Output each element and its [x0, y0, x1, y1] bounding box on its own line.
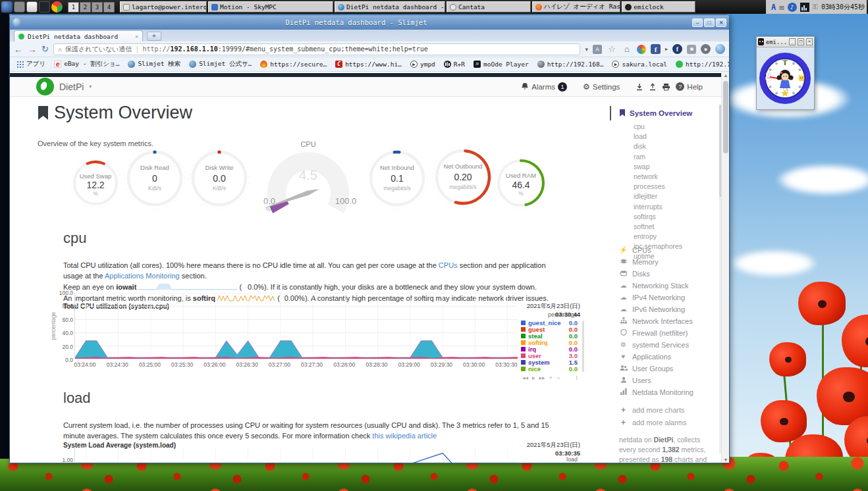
- warning-icon[interactable]: ⚠: [58, 45, 62, 53]
- taskbar-window-emiclock[interactable]: emiclock: [622, 1, 695, 13]
- legend-row[interactable]: softirq0.0: [521, 339, 578, 346]
- taskbar-window-cantata[interactable]: Cantata: [447, 1, 531, 13]
- sidebar-subitem[interactable]: softnet: [634, 222, 682, 230]
- sidebar-item-ipv6[interactable]: ☁IPv6 Networking: [619, 305, 693, 313]
- lock-icon[interactable]: ⚿: [813, 3, 818, 11]
- bookmark-star-icon[interactable]: ☆: [607, 44, 617, 55]
- sidebar-item-cpus[interactable]: ⚡CPUs: [619, 246, 693, 254]
- bookmark-rr[interactable]: R+R: [444, 61, 465, 68]
- emiclock-minimize-button[interactable]: _: [789, 38, 796, 45]
- extensions-puzzle-icon[interactable]: [687, 45, 696, 54]
- translate-icon[interactable]: A: [593, 45, 602, 54]
- launcher-menu-icon[interactable]: [1, 1, 13, 13]
- launcher-files-icon[interactable]: [26, 1, 38, 13]
- sidebar-item-netdata-monitoring[interactable]: Netdata Monitoring: [619, 388, 693, 396]
- workspace-button[interactable]: 4: [103, 2, 115, 13]
- home-icon[interactable]: ⌂: [622, 44, 632, 55]
- sidebar-subitem[interactable]: entropy: [634, 232, 682, 240]
- bookmark-ip1[interactable]: http://192.168…: [537, 61, 604, 68]
- equalizer-icon[interactable]: [800, 3, 809, 12]
- photos-icon[interactable]: [637, 45, 646, 54]
- launcher-chrome-icon[interactable]: [51, 1, 63, 13]
- sidebar-subitem[interactable]: load: [634, 132, 682, 140]
- sidebar-subitem[interactable]: network: [634, 172, 682, 180]
- bookmark-slimjet-search[interactable]: Slimjet 検索: [128, 60, 180, 68]
- export-button[interactable]: [649, 83, 657, 91]
- sidebar-item-users[interactable]: Users: [619, 376, 693, 384]
- mail-icon[interactable]: ✉: [779, 3, 784, 12]
- taskbar-window-dietpi[interactable]: DietPi netdata dashboard - S..: [335, 1, 445, 13]
- sidebar-item-disks[interactable]: Disks: [619, 270, 693, 278]
- import-button[interactable]: [636, 83, 643, 91]
- bookmark-ympd[interactable]: ▶ympd: [410, 61, 435, 68]
- sidebar-add-action[interactable]: +add more charts: [619, 406, 687, 414]
- bookmark-moode[interactable]: mmoOde Player: [474, 61, 529, 68]
- help-button[interactable]: ?Help: [676, 82, 703, 91]
- legend-row[interactable]: system1.5: [521, 359, 578, 365]
- legend-row[interactable]: guest0.0: [521, 326, 578, 332]
- browser-titlebar[interactable]: DietPi netdata dashboard - Slimjet – □ ✕: [10, 15, 729, 30]
- gauge-used-swap[interactable]: Used Swap 12.2 %: [68, 155, 123, 211]
- scrollbar-thumb[interactable]: [723, 81, 728, 153]
- settings-button[interactable]: ⚙Settings: [583, 82, 620, 91]
- maximize-button[interactable]: □: [704, 18, 715, 27]
- gauge-disk-write[interactable]: Disk Write 0.0 KiB/s: [186, 145, 252, 211]
- taskbar-window-lagarto[interactable]: lagarto@power.interq.or.jp -...: [120, 1, 207, 13]
- load-chart-plot[interactable]: [74, 447, 518, 463]
- taskbar-window-hires-audio[interactable]: ハイレゾ オーディオ Raspberry...: [532, 1, 620, 13]
- gauge-used-ram[interactable]: Used RAM 46.4 %: [492, 154, 550, 212]
- chart-control-icon[interactable]: ▸: [532, 375, 535, 381]
- gauge-net-inbound[interactable]: Net Inbound 0.1 megabits/s: [364, 145, 430, 211]
- sidebar-item-network-interfaces[interactable]: Network Interfaces: [619, 317, 693, 325]
- legend-row[interactable]: guest_nice0.0: [521, 319, 578, 326]
- tab-dietpi-dashboard[interactable]: DietPi netdata dashboard ✕: [14, 30, 143, 41]
- scroll-down-icon[interactable]: ▼: [722, 456, 729, 463]
- chart-resize-icon[interactable]: ↕: [575, 374, 578, 381]
- cpu-chart-plot[interactable]: [74, 293, 518, 359]
- close-button[interactable]: ✕: [716, 18, 726, 27]
- sidebar-item-networking-stack[interactable]: ☁Networking Stack: [619, 282, 693, 290]
- sidebar-item-memory[interactable]: Memory: [619, 258, 693, 266]
- sidebar-subitem[interactable]: ram: [634, 153, 682, 161]
- forward-button[interactable]: →: [28, 45, 37, 54]
- legend-row[interactable]: steal0.0: [521, 332, 578, 339]
- sidebar-subitem[interactable]: disk: [634, 142, 682, 150]
- cpus-link[interactable]: CPUs: [439, 261, 458, 269]
- alarms-button[interactable]: Alarms1: [521, 82, 567, 91]
- bookmark-ip2[interactable]: http://192.168…: [676, 61, 729, 68]
- legend-scrollbar[interactable]: [582, 321, 584, 372]
- bookmark-ebay[interactable]: eeBay - 割引ショ…: [54, 60, 119, 68]
- chart-control-icon[interactable]: −: [556, 375, 560, 381]
- bookmark-secure[interactable]: https://secure…: [260, 61, 327, 68]
- minimize-button[interactable]: –: [692, 18, 703, 27]
- profile-avatar-icon[interactable]: ●: [701, 44, 711, 54]
- bookmark-hi[interactable]: Chttps://www.hi…: [335, 61, 402, 68]
- launcher-terminal-icon[interactable]: [39, 1, 50, 13]
- print-button[interactable]: [662, 83, 670, 91]
- brand-label[interactable]: DietPi: [59, 82, 84, 92]
- url-dropdown-icon[interactable]: ▾: [585, 46, 588, 53]
- sidebar-add-action[interactable]: +add more alarms: [619, 419, 687, 427]
- new-tab-button[interactable]: +: [147, 32, 161, 41]
- sidebar-subitem[interactable]: swap: [634, 163, 682, 170]
- gauge-cpu[interactable]: 4.5 0.0 100.0 %: [259, 145, 358, 215]
- legend-row[interactable]: nice0.0: [521, 365, 578, 372]
- launcher-pager-icon[interactable]: [14, 1, 25, 13]
- sidebar-subitem[interactable]: idlejitter: [634, 192, 682, 200]
- taskbar-window-skympc[interactable]: Motion - SkyMPC: [208, 1, 333, 13]
- page-scrollbar[interactable]: ▲ ▼: [721, 72, 729, 463]
- bookmark-sakura[interactable]: ▶sakura.local: [612, 61, 667, 68]
- wikipedia-link[interactable]: this wikipedia article: [372, 432, 437, 440]
- emiclock-close-button[interactable]: ×: [806, 38, 813, 45]
- sidebar-item-user-groups[interactable]: User Groups: [619, 365, 693, 373]
- workspace-button[interactable]: 2: [80, 2, 91, 13]
- legend-row[interactable]: load10.36: [521, 463, 578, 463]
- legend-row[interactable]: irq0.0: [521, 346, 578, 352]
- fb-circle-icon[interactable]: f: [672, 44, 682, 54]
- tray-clock[interactable]: 03時30分45秒: [821, 3, 865, 12]
- music-icon[interactable]: ♪: [788, 3, 797, 12]
- sidebar-subitem[interactable]: softirqs: [634, 213, 682, 220]
- slimjet-menu-icon[interactable]: [715, 44, 725, 54]
- input-method-indicator[interactable]: A: [771, 3, 776, 12]
- brand-caret-icon[interactable]: ▾: [89, 84, 92, 90]
